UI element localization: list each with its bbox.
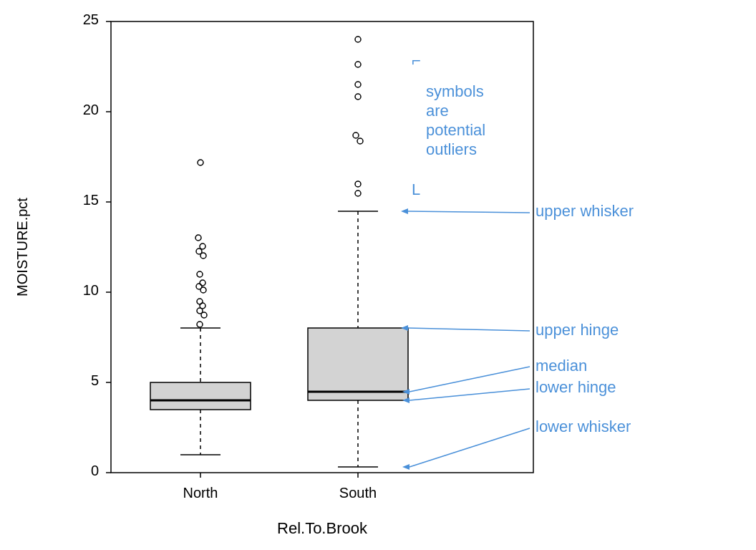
xlabel-south: South (339, 485, 377, 501)
upper-whisker-label: upper whisker (536, 202, 634, 220)
bracket-upper: ⌐ (412, 52, 421, 69)
north-box (150, 382, 251, 410)
bracket-lower: L (412, 180, 420, 198)
ylabel-20: 20 (83, 102, 99, 117)
ylabel-0: 0 (91, 463, 99, 478)
lower-whisker-label: lower whisker (536, 418, 631, 435)
outlier-text-1: symbols (426, 82, 484, 100)
upper-hinge-label: upper hinge (536, 321, 619, 339)
median-label: median (536, 357, 587, 375)
ylabel-10: 10 (83, 282, 99, 298)
y-axis-label: MOISTURE.pct (14, 198, 30, 296)
xlabel-north: North (183, 485, 218, 501)
lower-hinge-label: lower hinge (536, 378, 616, 396)
boxplot-svg: 0 5 10 15 20 25 MOISTURE.pct North South… (0, 0, 756, 550)
x-axis-label: Rel.To.Brook (277, 519, 368, 537)
outlier-text-3: potential (426, 121, 485, 139)
ylabel-25: 25 (83, 11, 99, 27)
ylabel-15: 15 (83, 192, 99, 208)
outlier-text-2: are (426, 102, 449, 120)
ylabel-5: 5 (91, 372, 99, 388)
chart-container: 0 5 10 15 20 25 MOISTURE.pct North South… (0, 0, 756, 550)
south-box (308, 328, 408, 400)
outlier-text-4: outliers (426, 140, 477, 158)
